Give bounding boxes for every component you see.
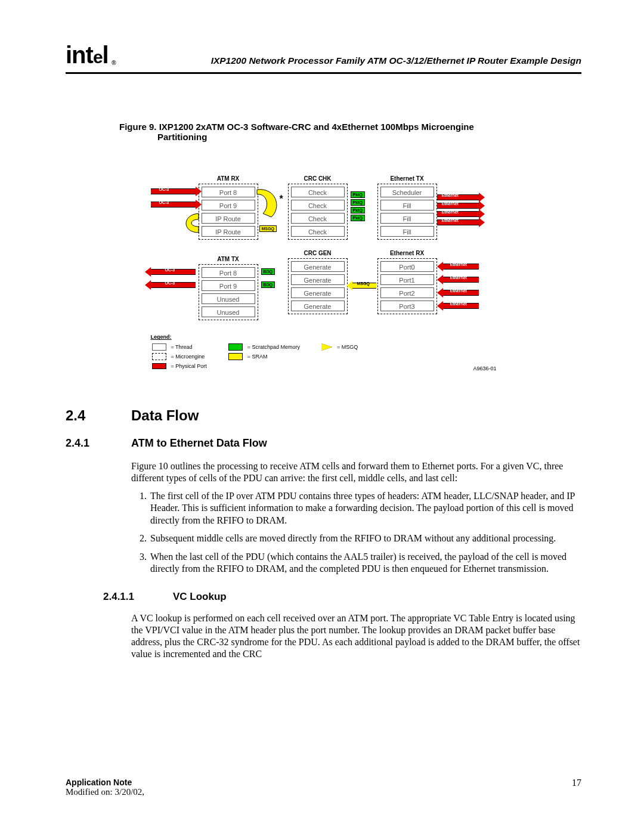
thread: Check [291,213,345,224]
label-msgq: MSGQ [357,281,370,286]
legend-swatch-thread [152,343,166,351]
arrow-eth-in: Ethernet [443,302,479,309]
thread: Fill [380,213,434,224]
ordered-list: The first cell of the IP over ATM PDU co… [131,490,581,575]
thread: Fill [380,200,434,210]
me-title: Ethernet TX [378,175,436,182]
heading-text: VC Lookup [173,591,227,603]
thread: Fill [380,226,434,237]
arrow-msgq: MSGQ [352,282,376,289]
thread: Check [291,187,345,197]
port-label: Ethernet [442,218,459,222]
body-block: A VC lookup is performed on each cell re… [66,612,581,660]
port-label: OC-3 [159,187,169,191]
label-pktq: PktQ [351,215,365,221]
heading-2-4-1-1: 2.4.1.1 VC Lookup [66,591,581,603]
port-label: OC-3 [165,268,175,272]
me-eth-rx: Ethernet RX Port0 Port1 Port2 Port3 [377,258,437,314]
arrow-eth-out: Ethernet [437,202,479,209]
figure-caption-line2: Partitioning [119,132,558,142]
thread: Port 8 [202,267,255,278]
list-item: When the last cell of the PDU (which con… [149,551,581,575]
label-bdq: BDQ [261,268,275,275]
port-label: Ethernet [442,202,459,206]
paragraph: Figure 10 outlines the processing to rec… [131,460,581,484]
legend-title: Legend: [151,334,363,340]
thread: Unused [202,306,255,317]
label-pktq: PktQ [351,207,365,213]
legend: Legend: = Thread = Scratchpad Memory = M… [151,334,363,371]
arrow-oc3-out: OC-3 [151,281,196,289]
list-item: Subsequent middle cells are moved direct… [149,532,581,544]
heading-number: 2.4 [66,407,131,424]
list-item: The first cell of the IP over ATM PDU co… [149,490,581,527]
thread: Check [291,200,345,210]
legend-item: = Microengine [171,353,210,361]
legend-item: = SRAM [247,353,304,361]
port-label: Ethernet [450,289,467,293]
legend-swatch-scratchpad [228,343,243,351]
port-label: Ethernet [442,210,459,214]
heading-text: Data Flow [131,407,199,424]
label-pktq: PktQ [351,199,365,206]
me-eth-tx: Ethernet TX Scheduler Fill Fill Fill [377,184,437,240]
page: intel ® IXP1200 Network Processor Family… [0,0,644,833]
thread: Port3 [380,301,434,311]
me-crc-gen: CRC GEN Generate Generate Generate Gener… [288,258,348,314]
port-label: Ethernet [450,262,467,267]
footer-modified: Modified on: 3/20/02, [66,787,144,797]
me-crc-chk: CRC CHK Check Check Check Check [288,184,348,240]
heading-2-4: 2.4 Data Flow [66,407,581,424]
label-pktq: PktQ [351,191,365,198]
figure-caption: Figure 9. IXP1200 2xATM OC-3 Software-CR… [66,122,581,142]
legend-swatch-sram [228,353,243,360]
port-label: Ethernet [442,193,459,197]
figure-id: A9636-01 [473,366,496,371]
arrow-eth-in: Ethernet [443,276,479,283]
yellow-loop-icon [187,184,294,243]
thread: Port0 [380,261,434,272]
arrow-eth-out: Ethernet [437,210,479,218]
arrow-eth-out: Ethernet [437,194,479,201]
figure-diagram: ATM RX Port 8 Port 9 IP Route IP Route C… [151,175,497,371]
intel-logo: intel ® [66,42,112,69]
arrow-oc3-out: OC-3 [151,268,196,275]
legend-swatch-msgq [321,343,332,351]
me-title: CRC CHK [289,175,347,182]
arrow-eth-in: Ethernet [443,263,479,270]
heading-number: 2.4.1.1 [66,591,173,603]
asterisk-icon: * [280,194,283,205]
me-title: ATM RX [199,175,258,182]
page-footer: Application Note Modified on: 3/20/02, 1… [66,778,581,797]
port-label: OC-3 [159,200,169,205]
legend-item: = Thread [171,343,210,352]
me-title: CRC GEN [289,250,347,256]
paragraph: A VC lookup is performed on each cell re… [131,612,581,660]
thread: Generate [291,287,345,298]
logo-text: intel [66,42,109,68]
port-label: OC-3 [165,281,175,285]
document-title: IXP1200 Network Processor Family ATM OC-… [112,55,581,69]
me-title: ATM TX [199,256,258,262]
legend-item: = Scratchpad Memory [247,343,304,352]
thread: Port2 [380,287,434,298]
port-label: Ethernet [450,275,467,280]
heading-text: ATM to Ethernet Data Flow [131,437,267,450]
me-title: Ethernet RX [378,250,436,256]
label-bdq: BDQ [261,281,275,288]
heading-2-4-1: 2.4.1 ATM to Ethernet Data Flow [66,437,581,450]
thread: Port 9 [202,280,255,291]
thread: Generate [291,301,345,311]
thread: Port1 [380,274,434,285]
arrow-eth-out: Ethernet [437,219,479,226]
thread: Check [291,226,345,237]
legend-swatch-port [152,363,166,369]
legend-item: = Physical Port [171,363,210,370]
figure-caption-line1: Figure 9. IXP1200 2xATM OC-3 Software-CR… [119,122,474,132]
heading-number: 2.4.1 [66,437,131,450]
legend-swatch-microengine [152,353,166,360]
thread: Scheduler [380,187,434,197]
footer-note: Application Note [66,778,144,787]
port-label: Ethernet [450,302,467,306]
thread: Generate [291,261,345,272]
